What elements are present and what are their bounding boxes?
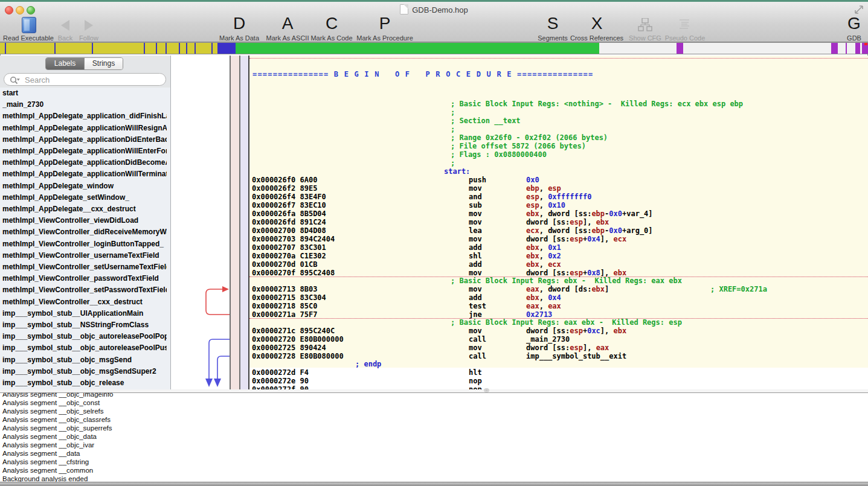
asm-line[interactable]: 0x00002728 E80B080000callimp___symbol_st…	[249, 353, 868, 361]
label-item[interactable]: _main_2730	[2, 100, 167, 109]
address-space-column-lavender	[240, 56, 248, 389]
log-line: Analysis segment __cfstring	[2, 458, 89, 465]
minimap-tick	[92, 43, 93, 54]
log-line: Analysis segment __objc_selrefs	[2, 408, 103, 415]
analysis-log: Analysis segment __objc_imageinfoAnalysi…	[0, 392, 868, 482]
label-item[interactable]: methImpl_AppDelegate_applicationWillTerm…	[2, 170, 167, 178]
label-item[interactable]: methImpl_ViewController_passwordTextFiel…	[2, 274, 167, 283]
log-line: Analysis segment __objc_ivar	[2, 441, 94, 449]
asm-line[interactable]: 0x000026f0 6A00push0x0	[249, 176, 868, 185]
minimap-tick	[166, 43, 167, 54]
gdb-button[interactable]: G GDB	[818, 15, 868, 43]
search-input[interactable]	[24, 74, 162, 86]
sidebar-header: Labels Strings	[0, 56, 170, 88]
asm-line[interactable]: 0x00002713 8B03moveax, dword [ds:ebx]; X…	[249, 286, 868, 294]
search-icon	[10, 76, 23, 85]
follow-button[interactable]: Follow	[53, 15, 125, 43]
asm-line[interactable]: 0x0000271c 895C240Cmovdword [ss:esp+0xc]…	[249, 327, 868, 336]
asm-line[interactable]: 0x00002715 83C304addebx, 0x4	[249, 294, 868, 302]
minimap-tick	[211, 43, 213, 54]
log-line: Background analysis ended	[2, 475, 88, 482]
label-item[interactable]: methImpl_AppDelegate_setWindow_	[2, 193, 167, 202]
label-item[interactable]: methImpl_ViewController__cxx_destruct	[2, 298, 167, 306]
label-item[interactable]: imp___symbol_stub__UIApplicationMain	[2, 309, 167, 318]
asm-comment: ; File offset 5872 (2066 bytes)	[249, 142, 868, 151]
label-item[interactable]: methImpl_AppDelegate_application_didFini…	[2, 112, 167, 120]
label-item[interactable]: methImpl_AppDelegate_applicationDidEnter…	[2, 135, 167, 144]
symbols-sidebar: Labels Strings start_main_2730methImpl_A…	[0, 56, 171, 389]
label-item[interactable]: imp___symbol_stub__NSStringFromClass	[2, 321, 167, 329]
asm-line[interactable]: 0x000026fd 891C24movdword [ss:esp], ebx	[249, 219, 868, 227]
call-arrow-blue-2	[217, 356, 230, 379]
log-line: Analysis segment __common	[2, 467, 93, 474]
jump-arrow-red	[206, 289, 230, 315]
label-item[interactable]: imp___symbol_stub__objc_release	[2, 379, 167, 387]
asm-comment: ;	[249, 126, 868, 134]
label-item[interactable]: imp___symbol_stub__objc_autoreleasePoolP…	[2, 332, 167, 341]
mark-as-procedure-button[interactable]: P Mark As Procedure	[349, 15, 421, 43]
label-item[interactable]: imp___symbol_stub__objc_msgSend	[2, 356, 167, 364]
minimap-segment	[236, 43, 599, 54]
label-item[interactable]: methImpl_AppDelegate_applicationWillEnte…	[2, 147, 167, 155]
minimap-tick	[54, 43, 56, 54]
label-item[interactable]: methImpl_ViewController_setUsernameTextF…	[2, 263, 167, 271]
gdb-icon: G	[818, 14, 868, 33]
asm-line[interactable]: 0x00002718 85C0testeax, eax	[249, 302, 868, 311]
minimap-tick	[156, 43, 157, 54]
asm-line[interactable]: 0x00002725 890424movdword [ss:esp], eax	[249, 344, 868, 353]
asm-comment: ;	[249, 159, 868, 168]
asm-line[interactable]: 0x0000272e 90nop	[249, 377, 868, 386]
flow-arrows-gutter	[172, 56, 230, 389]
label-item[interactable]: methImpl_AppDelegate_applicationDidBecom…	[2, 158, 167, 167]
asm-line[interactable]: 0x000026f7 83EC10subesp, 0x10	[249, 202, 868, 210]
asm-label: start:	[249, 168, 868, 176]
label-item[interactable]: imp___symbol_stub__objc_msgSendSuper2	[2, 367, 167, 376]
label-item[interactable]: methImpl_AppDelegate_window	[2, 182, 167, 190]
label-item[interactable]: methImpl_ViewController_didReceiveMemory…	[2, 228, 167, 236]
title-bar: GDB-Demo.hop	[0, 4, 868, 14]
log-line: Analysis segment __objc_data	[2, 433, 97, 440]
asm-line[interactable]: 0x0000270a C1E302shlebx, 0x2	[249, 252, 868, 261]
fullscreen-icon[interactable]	[854, 5, 864, 14]
tab-labels[interactable]: Labels	[46, 58, 84, 69]
asm-line[interactable]: 0x0000272d F4hlt	[249, 369, 868, 377]
window-chrome: GDB-Demo.hop Read Executable Back Follow…	[0, 2, 868, 42]
minimap-segment	[677, 43, 683, 54]
asm-line[interactable]: 0x000026f4 83E4F0andesp, 0xfffffff0	[249, 193, 868, 202]
asm-comment: ; Basic Block Input Regs: <nothing> - Ki…	[249, 100, 868, 109]
label-item[interactable]: imp___symbol_stub__objc_autoreleasePoolP…	[2, 344, 167, 352]
log-line: Analysis segment __data	[2, 450, 80, 457]
call-arrow-blue-1	[209, 339, 230, 379]
minimap-tick	[5, 43, 6, 54]
minimap-tick	[186, 43, 187, 54]
asm-line[interactable]: 0x00002700 8D4D08leaecx, dword [ss:ebp-0…	[249, 227, 868, 235]
tab-strings[interactable]: Strings	[84, 58, 123, 69]
disassembly-view[interactable]: =============== B E G I N O F P R O C E …	[249, 56, 868, 389]
splitter-handle[interactable]	[484, 388, 489, 392]
asm-comment: ;	[249, 109, 868, 117]
document-icon	[400, 4, 408, 14]
asm-line[interactable]: 0x0000270d 01CBaddebx, ecx	[249, 261, 868, 269]
asm-line[interactable]: 0x000026f2 89E5movebp, esp	[249, 185, 868, 193]
asm-comment: ; Basic Block Input Regs: ebx - Killed R…	[249, 277, 868, 286]
pseudo-code-button[interactable]: Pseudo Code	[649, 15, 721, 43]
asm-line[interactable]: 0x000026fa 8B5D04movebx, dword [ss:ebp-0…	[249, 210, 868, 219]
navigation-minimap[interactable]	[0, 42, 868, 54]
label-item[interactable]: methImpl_AppDelegate_applicationWillResi…	[2, 124, 167, 132]
search-field[interactable]	[4, 73, 166, 86]
log-line: Analysis segment __objc_imageinfo	[2, 392, 113, 398]
asm-line[interactable]: 0x00002720 E80B000000call_main_2730	[249, 336, 868, 344]
pseudo-code-icon	[677, 19, 693, 31]
follow-arrow-icon	[85, 20, 93, 31]
asm-line[interactable]: 0x00002703 894C2404movdword [ss:esp+0x4]…	[249, 235, 868, 244]
label-item[interactable]: methImpl_ViewController_loginButtonTappe…	[2, 240, 167, 248]
endp-marker: ; endp	[249, 360, 868, 369]
label-item[interactable]: methImpl_ViewController_setPasswordTextF…	[2, 286, 167, 294]
label-item[interactable]: methImpl_AppDelegate__cxx_destruct	[2, 205, 167, 213]
minimap-tick	[144, 43, 145, 54]
label-item[interactable]: methImpl_ViewController_usernameTextFiel…	[2, 251, 167, 260]
label-item[interactable]: start	[2, 89, 167, 97]
block-separator	[249, 58, 868, 59]
label-item[interactable]: methImpl_ViewController_viewDidLoad	[2, 216, 167, 225]
asm-line[interactable]: 0x00002707 83C301addebx, 0x1	[249, 244, 868, 252]
